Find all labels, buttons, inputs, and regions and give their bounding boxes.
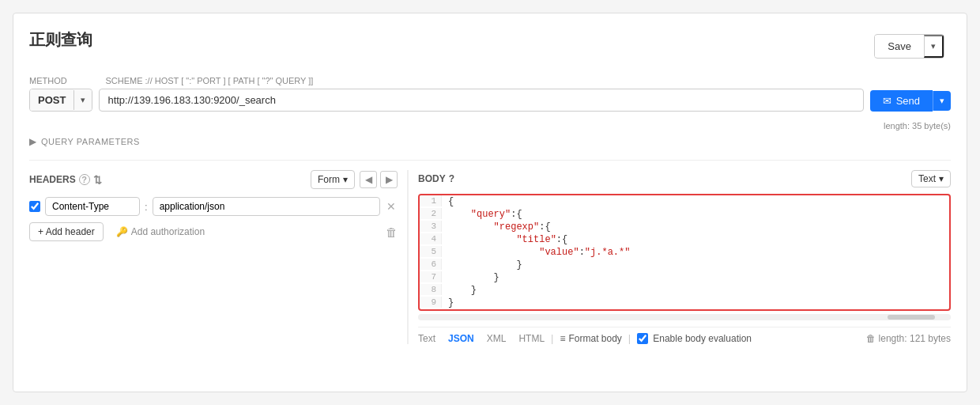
enable-eval-checkbox[interactable] [637, 333, 648, 344]
headers-title: HEADERS ? ⇅ [29, 174, 102, 186]
header-colon-0: : [145, 201, 148, 213]
method-select[interactable]: POST ▾ [29, 89, 92, 112]
body-tab-html[interactable]: HTML [518, 333, 545, 344]
key-icon: 🔑 [116, 226, 128, 237]
method-arrow[interactable]: ▾ [74, 90, 92, 110]
body-header: BODY ? Text ▾ [418, 170, 951, 187]
nav-right-button[interactable]: ▶ [380, 171, 398, 188]
body-info-icon: ? [449, 173, 454, 184]
headers-sort-icon[interactable]: ⇅ [93, 174, 102, 186]
header-value-input-0[interactable] [153, 197, 380, 216]
code-line-1: 1 { [420, 195, 949, 208]
nav-left-button[interactable]: ◀ [360, 171, 377, 188]
headers-form-select[interactable]: Form ▾ [311, 170, 355, 189]
body-footer: Text JSON XML HTML | ≡ Format body | [418, 327, 951, 344]
url-input[interactable] [99, 89, 863, 112]
scrollbar-thumb [888, 315, 935, 320]
code-line-5: 5 "value":"j.*a.*" [420, 246, 949, 259]
save-group: Save ▾ [874, 34, 944, 59]
body-length: 🗑 length: 121 bytes [866, 333, 951, 344]
code-line-9: 9 } [420, 297, 949, 309]
send-button[interactable]: ✉ Send [870, 90, 933, 112]
format-icon: ≡ [560, 333, 565, 344]
header-actions: + Add header 🔑 Add authorization 🗑 [29, 222, 398, 241]
enable-eval-label: Enable body evaluation [653, 333, 752, 344]
method-value: POST [30, 89, 74, 111]
save-button[interactable]: Save [875, 36, 924, 57]
add-auth-button[interactable]: 🔑 Add authorization [110, 223, 211, 240]
query-params-row[interactable]: ▶ QUERY PARAMETERS [29, 136, 951, 147]
headers-delete-all-button[interactable]: 🗑 [386, 225, 398, 239]
header-key-input-0[interactable] [45, 197, 140, 216]
code-line-3: 3 "regexp":{ [420, 221, 949, 233]
nav-arrows: ◀ ▶ [360, 171, 398, 188]
method-label: METHOD [29, 76, 92, 85]
send-icon: ✉ [883, 95, 891, 107]
body-title: BODY ? [418, 173, 454, 184]
body-text-select[interactable]: Text ▾ [911, 170, 951, 187]
headers-info-icon: ? [79, 174, 90, 185]
url-length: length: 35 byte(s) [884, 121, 951, 131]
query-params-label: QUERY PARAMETERS [41, 137, 140, 146]
body-scrollbar[interactable] [418, 314, 951, 320]
send-dropdown-button[interactable]: ▾ [933, 91, 951, 111]
query-params-arrow: ▶ [29, 136, 36, 147]
body-code-editor[interactable]: 1 { 2 "query":{ 3 "regexp":{ 4 "title":{ [418, 194, 951, 311]
page-title: 正则查询 [29, 29, 92, 51]
body-format-row: Text JSON XML HTML | ≡ Format body | [418, 332, 752, 344]
header-delete-button-0[interactable]: ✕ [385, 199, 398, 214]
code-line-7: 7 } [420, 271, 949, 284]
format-body-button[interactable]: ≡ Format body [560, 333, 621, 344]
save-dropdown-button[interactable]: ▾ [924, 35, 944, 58]
header-row-0: : ✕ [29, 197, 398, 216]
code-line-6: 6 } [420, 259, 949, 271]
body-tab-text[interactable]: Text [418, 333, 435, 344]
code-line-2: 2 "query":{ [420, 208, 949, 221]
body-trash-icon[interactable]: 🗑 [866, 333, 876, 344]
body-tab-xml[interactable]: XML [487, 333, 507, 344]
scheme-label: SCHEME :// HOST [ ":" PORT ] [ PATH [ "?… [105, 76, 863, 85]
enable-eval-row: Enable body evaluation [637, 333, 752, 344]
add-header-button[interactable]: + Add header [29, 222, 104, 241]
header-checkbox-0[interactable] [29, 201, 40, 212]
code-line-8: 8 } [420, 284, 949, 297]
code-line-4: 4 "title":{ [420, 233, 949, 246]
body-tab-json[interactable]: JSON [448, 333, 474, 344]
